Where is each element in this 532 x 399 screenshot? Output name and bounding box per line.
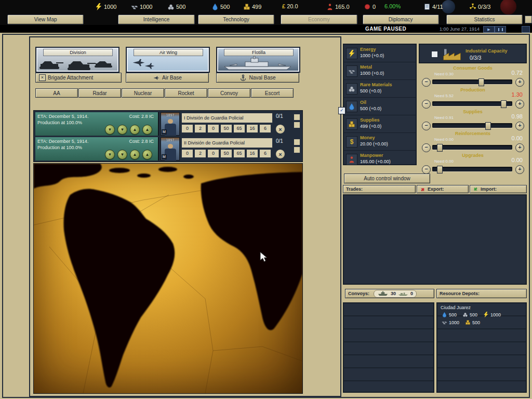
queue-cancel-button[interactable]: × xyxy=(275,149,285,159)
slider-track[interactable] xyxy=(432,101,512,106)
minus-button[interactable]: − xyxy=(422,100,431,109)
world-map[interactable] xyxy=(33,163,303,394)
oil-convert-checkbox[interactable]: ✓ xyxy=(338,107,345,114)
unit-stats: 0 2 0 50 65 16 6 xyxy=(181,124,271,133)
slider-track[interactable] xyxy=(432,167,512,171)
slider-value: 0.00 xyxy=(512,135,523,141)
filter-aa-button[interactable]: AA xyxy=(35,88,78,98)
resource-depots-header: Resource Depots: xyxy=(436,289,527,298)
flotilla-tab-button[interactable]: Flotilla xyxy=(216,47,300,73)
queue-row-1: ETA: December 5, 1914. Production at 100… xyxy=(35,112,302,136)
speed-button[interactable] xyxy=(522,26,530,33)
brigade-attachment-button[interactable]: × Brigade Attachment xyxy=(35,73,122,83)
supplies-icon xyxy=(243,3,250,10)
resource-label: Manpower xyxy=(360,153,383,158)
pause-button[interactable] xyxy=(495,26,506,33)
minus-button[interactable]: − xyxy=(422,122,431,130)
tab-technology[interactable]: Technology xyxy=(198,15,274,24)
stat-cell: 0 xyxy=(181,124,193,133)
tab-intelligence[interactable]: Intelligence xyxy=(118,15,194,24)
stat-cell: 2 xyxy=(194,149,206,158)
slider-track[interactable] xyxy=(432,145,512,150)
ic-checkbox[interactable] xyxy=(431,51,438,58)
brigade-checkbox[interactable]: × xyxy=(39,74,46,81)
slider-track[interactable] xyxy=(432,79,512,84)
minus-button[interactable]: − xyxy=(422,165,431,174)
division-tab-button[interactable]: Division xyxy=(35,47,119,73)
slider-value: 1.30 xyxy=(512,91,523,98)
queue-checkbox-top[interactable] xyxy=(294,114,300,121)
tab-diplomacy[interactable]: Diplomacy xyxy=(363,15,439,24)
depot-energy-value: 1000 xyxy=(490,312,501,317)
tab-view-map[interactable]: View Map xyxy=(7,15,84,24)
auto-control-window-button[interactable]: Auto control window xyxy=(344,174,430,183)
queue-checkbox-bottom[interactable] xyxy=(294,147,300,153)
filter-rocket-button[interactable]: Rocket xyxy=(165,88,207,98)
filter-nuclear-button[interactable]: Nuclear xyxy=(122,88,164,98)
resource-row-manpower: Manpower 165.00 (+0.00) xyxy=(344,151,416,168)
slider-value: 0.72 xyxy=(512,70,523,76)
filter-radar-button[interactable]: Radar xyxy=(78,88,121,98)
queue-cancel-button[interactable]: × xyxy=(275,124,285,134)
decrease-button[interactable]: ▼ xyxy=(117,125,127,135)
slider-value: 0.98 xyxy=(512,113,523,119)
slider-label: Production xyxy=(419,87,527,92)
increase-button[interactable]: ▲ xyxy=(130,125,140,135)
tab-statistics[interactable]: Statistics xyxy=(446,15,523,24)
resource-row-metal: Metal 1000 (+0.0) xyxy=(344,62,416,80)
export-header[interactable]: Export: xyxy=(417,185,469,193)
slider-track[interactable] xyxy=(432,123,512,128)
game-screen: 1000 1000 500 500 499 £20.0 165.0 0 6.00… xyxy=(0,0,532,399)
portrait-circle-right xyxy=(500,0,516,15)
queue-eta: ETA: December 5, 1914. xyxy=(37,114,88,119)
minus-button[interactable]: − xyxy=(422,78,431,87)
top-resource-bar: 1000 1000 500 500 499 £20.0 165.0 0 6.00… xyxy=(0,0,532,14)
slider-handle[interactable] xyxy=(437,166,443,174)
plus-button[interactable]: + xyxy=(515,122,524,130)
play-button[interactable]: ▶ xyxy=(483,26,495,33)
air-wing-tab-button[interactable]: Air Wing xyxy=(126,47,210,73)
plus-button[interactable]: + xyxy=(515,165,524,174)
depot-list[interactable]: Ciudad Juarez 500 500 1000 1000 500 xyxy=(436,302,527,393)
priority-down-button[interactable]: ▼ xyxy=(105,125,115,135)
depot-resources-line-1: 500 500 1000 xyxy=(442,312,501,317)
resource-label: Metal xyxy=(360,64,372,70)
minus-button[interactable]: − xyxy=(422,143,431,152)
convoy-list[interactable] xyxy=(343,302,434,393)
status-bar: GAME PAUSED 1:00 June 27, 1914 ▶ xyxy=(0,25,532,33)
slider-handle[interactable] xyxy=(478,78,484,86)
filter-convoy-button[interactable]: Convoy xyxy=(208,88,250,98)
decrease-button[interactable]: ▼ xyxy=(117,150,127,159)
priority-up-button[interactable]: ▲ xyxy=(142,125,152,135)
priority-up-button[interactable]: ▲ xyxy=(142,150,152,159)
plus-button[interactable]: + xyxy=(515,100,524,109)
plus-button[interactable]: + xyxy=(515,143,524,152)
air-base-button[interactable]: Air Base xyxy=(126,73,209,83)
resource-value: 500 (+0.0) xyxy=(360,88,381,94)
queue-checkbox-top[interactable] xyxy=(294,139,300,145)
naval-base-button[interactable]: Naval Base xyxy=(216,73,299,83)
ledger-button[interactable] xyxy=(525,16,532,23)
filter-escort-button[interactable]: Escort xyxy=(251,88,294,98)
topbar-oil: 500 xyxy=(211,3,230,10)
queue-checkbox-bottom[interactable] xyxy=(294,122,300,128)
topbar-diplomats-value: 4/11 xyxy=(432,4,443,10)
depot-rare-value: 500 xyxy=(470,312,477,317)
stat-cell: 65 xyxy=(233,124,245,133)
depot-entry[interactable]: Ciudad Juarez 500 500 1000 1000 500 xyxy=(437,303,526,327)
slider-handle[interactable] xyxy=(501,100,507,108)
slider-handle[interactable] xyxy=(485,122,491,130)
priority-down-button[interactable]: ▼ xyxy=(105,150,115,159)
resource-label: Energy xyxy=(360,47,376,52)
trades-list[interactable] xyxy=(343,194,527,285)
industrial-capacity-box: Industrial Capacity 0/3/3 xyxy=(419,44,527,63)
slider-handle[interactable] xyxy=(437,144,443,152)
increase-button[interactable]: ▲ xyxy=(130,150,140,159)
import-header[interactable]: Import: xyxy=(470,185,527,193)
queue-controls: ▼ ▼ ▲ ▲ xyxy=(105,125,152,135)
tab-economy[interactable]: Economy xyxy=(281,15,357,24)
export-label: Export: xyxy=(428,187,444,192)
unit-name: I División de Guardia Policial xyxy=(181,113,273,123)
slider-need: Need 0.30 xyxy=(434,72,454,76)
plus-button[interactable]: + xyxy=(515,78,524,87)
